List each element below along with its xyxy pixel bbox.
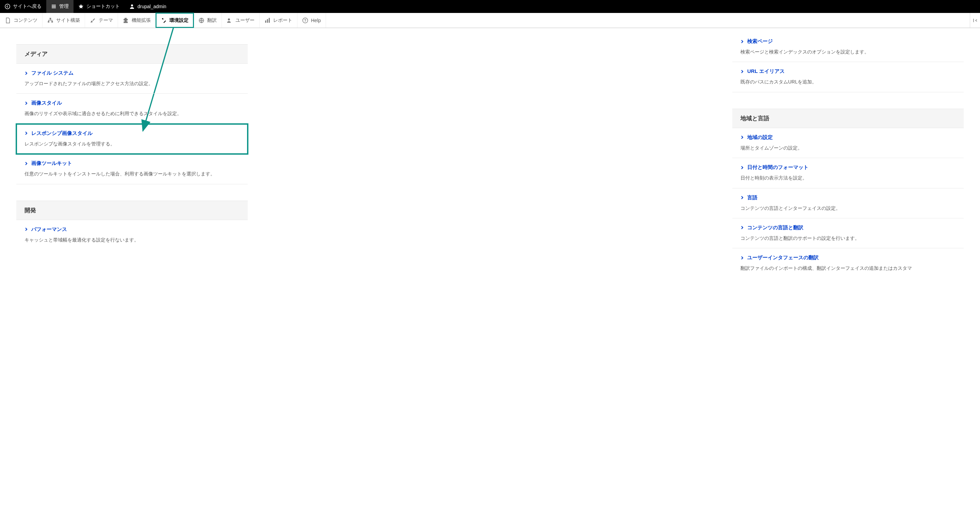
link-date-format[interactable]: 日付と時間のフォーマット (747, 164, 808, 171)
back-label: サイトへ戻る (13, 3, 41, 10)
appearance-icon (90, 18, 96, 24)
admin-structure[interactable]: サイト構築 (43, 13, 85, 27)
section-media: メディア ファイル システム アップロードされたファイルの場所とアクセス方法の設… (16, 44, 248, 184)
hamburger-icon (51, 4, 56, 9)
admin-reports-label: レポート (273, 18, 292, 24)
admin-config[interactable]: 環境設定 (156, 13, 194, 27)
chevron-right-icon (740, 70, 744, 73)
desc-ui-translation: 翻訳ファイルのインポートの構成、翻訳インターフェイスの追加またはカスタマ (740, 264, 964, 272)
admin-content[interactable]: コンテンツ (0, 13, 43, 27)
desc-date-format: 日付と時刻の表示方法を設定。 (740, 174, 964, 182)
manage-label: 管理 (59, 3, 69, 10)
admin-extend-label: 機能拡張 (132, 18, 151, 24)
content-area: メディア ファイル システム アップロードされたファイルの場所とアクセス方法の設… (0, 28, 980, 292)
chevron-right-icon (24, 102, 28, 105)
item-responsive-image-styles: レスポンシブ画像スタイル レスポンシブな画像スタイルを管理する。 (16, 124, 248, 154)
link-url-aliases[interactable]: URL エイリアス (747, 68, 785, 75)
item-languages: 言語 コンテンツの言語とインターフェイスの設定。 (732, 188, 964, 218)
desc-file-system: アップロードされたファイルの場所とアクセス方法の設定。 (24, 80, 248, 87)
svg-rect-4 (51, 21, 53, 22)
chevron-right-icon (24, 162, 28, 165)
structure-icon (47, 18, 53, 24)
adminbar: コンテンツ サイト構築 テーマ 機能拡張 環境設定 翻訳 ユーザー レポート ?… (0, 13, 980, 28)
item-ui-translation: ユーザーインタフェースの翻訳 翻訳ファイルのインポートの構成、翻訳インターフェイ… (732, 248, 964, 278)
svg-rect-2 (50, 18, 51, 19)
desc-image-styles: 画像のリサイズや表示域に適合させるために利用できるスタイルを設定。 (24, 110, 248, 117)
right-column: 検索ページ 検索ページと検索インデックスのオプションを設定します。 URL エイ… (732, 28, 964, 278)
svg-text:?: ? (304, 18, 306, 22)
translate-icon (198, 18, 205, 24)
help-icon: ? (302, 18, 308, 24)
desc-languages: コンテンツの言語とインターフェイスの設定。 (740, 204, 964, 212)
item-image-styles: 画像スタイル 画像のリサイズや表示域に適合させるために利用できるスタイルを設定。 (16, 94, 248, 124)
admin-people[interactable]: ユーザー (222, 13, 259, 27)
link-image-styles[interactable]: 画像スタイル (31, 100, 62, 106)
admin-appearance-label: テーマ (99, 18, 113, 24)
collapse-icon (972, 18, 978, 23)
svg-point-1 (131, 5, 133, 6)
desc-url-aliases: 既存のパスにカスタムURLを追加。 (740, 78, 964, 86)
desc-regional-settings: 場所とタイムゾーンの設定。 (740, 144, 964, 152)
desc-image-toolkit: 任意のツールキットをインストールした場合、利用する画像ツールキットを選択します。 (24, 170, 248, 177)
item-performance: パフォーマンス キャッシュと帯域幅を最適化する設定を行ないます。 (16, 220, 248, 250)
chevron-right-icon (24, 72, 28, 75)
admin-translate[interactable]: 翻訳 (194, 13, 222, 27)
admin-content-label: コンテンツ (14, 18, 37, 24)
admin-reports[interactable]: レポート (259, 13, 298, 27)
link-performance[interactable]: パフォーマンス (31, 226, 67, 233)
shortcuts-label: ショートカット (86, 3, 120, 10)
section-media-header: メディア (16, 44, 248, 64)
section-region-header: 地域と言語 (732, 109, 964, 128)
user-label: drupal_admin (137, 4, 166, 9)
topbar: サイトへ戻る 管理 ショートカット drupal_admin (0, 0, 980, 13)
section-dev-header: 開発 (16, 201, 248, 220)
item-search-pages: 検索ページ 検索ページと検索インデックスのオプションを設定します。 (732, 32, 964, 62)
chevron-right-icon (740, 256, 744, 260)
admin-translate-label: 翻訳 (207, 18, 217, 24)
link-ui-translation[interactable]: ユーザーインタフェースの翻訳 (747, 254, 819, 261)
extend-icon (123, 18, 129, 24)
manage-toggle[interactable]: 管理 (46, 0, 73, 13)
chevron-right-icon (740, 40, 744, 43)
item-date-format: 日付と時間のフォーマット 日付と時刻の表示方法を設定。 (732, 158, 964, 188)
chevron-right-icon (740, 196, 744, 199)
user-menu[interactable]: drupal_admin (124, 0, 171, 13)
link-languages[interactable]: 言語 (747, 195, 757, 201)
link-content-translation[interactable]: コンテンツの言語と翻訳 (747, 225, 803, 231)
shortcuts-toggle[interactable]: ショートカット (73, 0, 124, 13)
item-file-system: ファイル システム アップロードされたファイルの場所とアクセス方法の設定。 (16, 64, 248, 94)
desc-content-translation: コンテンツの言語と翻訳のサポートの設定を行います。 (740, 235, 964, 242)
chevron-right-icon (24, 228, 28, 231)
link-regional-settings[interactable]: 地域の設定 (747, 134, 773, 141)
section-dev: 開発 パフォーマンス キャッシュと帯域幅を最適化する設定を行ないます。 (16, 201, 248, 250)
desc-search-pages: 検索ページと検索インデックスのオプションを設定します。 (740, 48, 964, 56)
content-icon (5, 18, 11, 24)
user-icon (129, 4, 135, 9)
svg-rect-8 (267, 19, 268, 23)
svg-rect-9 (269, 18, 270, 22)
people-icon (227, 18, 233, 24)
chevron-right-icon (24, 131, 28, 135)
link-image-toolkit[interactable]: 画像ツールキット (31, 160, 72, 166)
admin-people-label: ユーザー (235, 18, 255, 24)
item-regional-settings: 地域の設定 場所とタイムゾーンの設定。 (732, 128, 964, 158)
admin-help-label: Help (311, 18, 321, 23)
admin-extend[interactable]: 機能拡張 (118, 13, 156, 27)
left-column: メディア ファイル システム アップロードされたファイルの場所とアクセス方法の設… (16, 28, 248, 278)
toolbar-collapse[interactable] (970, 13, 980, 27)
admin-appearance[interactable]: テーマ (85, 13, 118, 27)
item-url-aliases: URL エイリアス 既存のパスにカスタムURLを追加。 (732, 62, 964, 92)
svg-rect-7 (265, 21, 266, 23)
link-file-system[interactable]: ファイル システム (31, 70, 73, 76)
link-responsive-image-styles[interactable]: レスポンシブ画像スタイル (31, 130, 92, 137)
item-image-toolkit: 画像ツールキット 任意のツールキットをインストールした場合、利用する画像ツールキ… (16, 154, 248, 184)
reports-icon (264, 18, 270, 24)
admin-config-label: 環境設定 (169, 18, 189, 24)
link-search-pages[interactable]: 検索ページ (747, 38, 773, 45)
item-content-translation: コンテンツの言語と翻訳 コンテンツの言語と翻訳のサポートの設定を行います。 (732, 218, 964, 248)
desc-performance: キャッシュと帯域幅を最適化する設定を行ないます。 (24, 236, 248, 244)
star-icon (78, 4, 84, 9)
admin-help[interactable]: ? Help (298, 13, 326, 27)
config-icon (161, 18, 167, 24)
back-to-site[interactable]: サイトへ戻る (0, 0, 46, 13)
